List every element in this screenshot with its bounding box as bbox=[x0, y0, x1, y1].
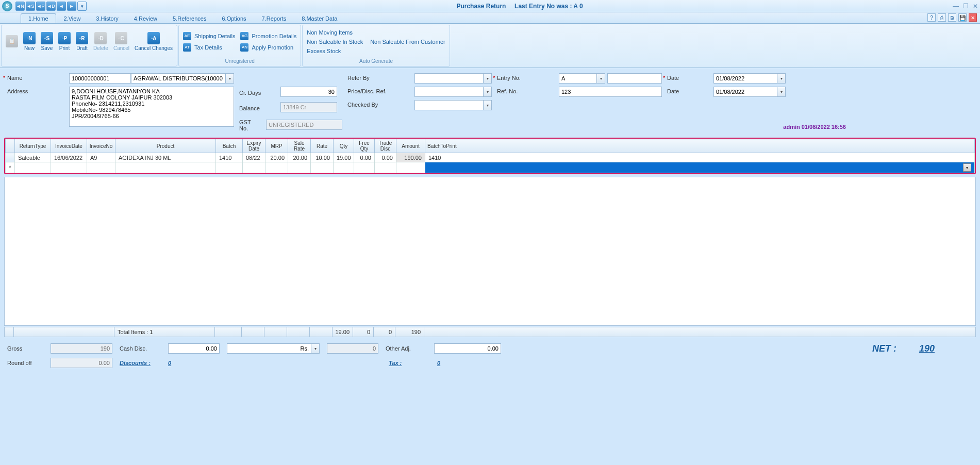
net-label: NET : bbox=[872, 343, 896, 354]
qat-dropdown[interactable]: ▾ bbox=[77, 2, 87, 11]
app-icon: S bbox=[2, 1, 12, 11]
date-dropdown[interactable]: ▾ bbox=[777, 73, 786, 84]
minimize-button[interactable]: — bbox=[953, 3, 959, 10]
col-mrp[interactable]: MRP bbox=[265, 139, 288, 153]
help-icon[interactable]: ? bbox=[927, 13, 936, 22]
col-batch[interactable]: Batch bbox=[216, 139, 243, 153]
balance-input bbox=[280, 102, 337, 112]
gst-input bbox=[266, 120, 342, 130]
entry-no-input[interactable] bbox=[607, 73, 662, 84]
qat-btn-3[interactable]: ◄P bbox=[36, 2, 45, 11]
tab-review[interactable]: 4.Review bbox=[126, 13, 165, 23]
tax-value[interactable]: 0 bbox=[437, 360, 440, 366]
promotion-details-link[interactable]: AGPromotion Details bbox=[240, 32, 296, 40]
col-rate[interactable]: Rate bbox=[311, 139, 334, 153]
date2-input[interactable] bbox=[713, 87, 777, 97]
ref-no-input[interactable] bbox=[559, 87, 662, 97]
col-expiry[interactable]: Expiry Date bbox=[243, 139, 265, 153]
cancel-changes-button[interactable]: ▫ACancel Changes bbox=[135, 32, 173, 51]
totals-row: Total Items : 1 19.00 0 0 190 bbox=[4, 327, 976, 337]
name-dropdown[interactable]: ▾ bbox=[226, 73, 234, 84]
print-icon[interactable]: ⎙ bbox=[938, 13, 946, 22]
checked-by-dropdown[interactable]: ▾ bbox=[484, 100, 492, 110]
discounts-value[interactable]: 0 bbox=[168, 360, 220, 366]
checked-by-input[interactable] bbox=[414, 100, 484, 110]
cash-disc-label: Cash Disc. bbox=[120, 345, 161, 352]
non-saleable-customer-link[interactable]: Non Saleable From Customer bbox=[370, 39, 445, 45]
roundoff-input bbox=[51, 358, 112, 368]
cr-days-input[interactable] bbox=[280, 87, 337, 97]
apply-promotion-link[interactable]: ANApply Promotion bbox=[240, 43, 296, 52]
col-invoice-no[interactable]: InvoiceNo bbox=[87, 139, 115, 153]
date2-dropdown[interactable]: ▾ bbox=[777, 87, 786, 97]
print-button[interactable]: ▫PPrint bbox=[58, 32, 71, 51]
new-button[interactable]: ▫NNew bbox=[23, 32, 36, 51]
qat-btn-6[interactable]: ► bbox=[67, 2, 76, 11]
draft-button[interactable]: ▫RDraft bbox=[76, 32, 88, 51]
entry-prefix-dropdown[interactable]: ▾ bbox=[597, 73, 605, 84]
price-disc-dropdown[interactable]: ▾ bbox=[484, 87, 492, 97]
name-code-input[interactable] bbox=[69, 73, 131, 84]
qat-btn-2[interactable]: ◄S bbox=[26, 2, 35, 11]
qat-btn-4[interactable]: ◄D bbox=[46, 2, 56, 11]
refer-by-dropdown[interactable]: ▾ bbox=[484, 73, 492, 84]
price-disc-input[interactable] bbox=[414, 87, 484, 97]
close-doc-icon[interactable]: ✕ bbox=[969, 13, 977, 22]
cash-disc-input[interactable] bbox=[168, 343, 220, 354]
tab-view[interactable]: 2.View bbox=[56, 13, 89, 23]
ribbon-group-autogen: Non Moving Items Non Saleable In Stock N… bbox=[302, 25, 450, 67]
rs-select[interactable] bbox=[227, 343, 311, 354]
col-return-type[interactable]: ReturnType bbox=[15, 139, 51, 153]
date-input[interactable] bbox=[713, 73, 777, 84]
rs-value-input bbox=[327, 343, 378, 354]
grid-row[interactable]: Saleable 16/06/2022 A9 AGIDEXA INJ 30 ML… bbox=[6, 153, 975, 162]
net-value[interactable]: 190 bbox=[919, 343, 935, 354]
tab-options[interactable]: 6.Options bbox=[214, 13, 254, 23]
tax-details-link[interactable]: ATTax Details bbox=[183, 43, 236, 52]
excess-stock-link[interactable]: Excess Stock bbox=[307, 48, 445, 54]
items-grid[interactable]: ReturnType InvoiceDate InvoiceNo Product… bbox=[5, 139, 975, 173]
col-amount[interactable]: Amount bbox=[396, 139, 425, 153]
group-unreg-label: Unregistered bbox=[179, 58, 301, 66]
cr-days-label: Cr. Days bbox=[239, 88, 275, 96]
non-moving-link[interactable]: Non Moving Items bbox=[307, 29, 445, 36]
col-free-qty[interactable]: Free Qty bbox=[354, 139, 375, 153]
other-adj-input[interactable] bbox=[434, 343, 501, 354]
gst-label: GST No. bbox=[239, 118, 261, 131]
entry-prefix-input[interactable] bbox=[559, 73, 597, 84]
shipping-details-link[interactable]: AEShipping Details bbox=[183, 32, 236, 40]
batch-to-print-cell[interactable]: ▾ bbox=[425, 162, 975, 173]
non-saleable-stock-link[interactable]: Non Saleable In Stock bbox=[307, 39, 363, 45]
tab-home[interactable]: 1.Home bbox=[21, 13, 56, 23]
maximize-button[interactable]: ❐ bbox=[963, 3, 969, 10]
discounts-link[interactable]: Discounts : bbox=[120, 360, 161, 366]
save-icon[interactable]: 💾 bbox=[958, 13, 967, 22]
qat-btn-1[interactable]: ◄N bbox=[15, 2, 25, 11]
batch-print-dropdown[interactable]: ▾ bbox=[963, 163, 971, 172]
col-trade-disc[interactable]: Trade Disc bbox=[375, 139, 396, 153]
qat-btn-5[interactable]: ◄ bbox=[57, 2, 66, 11]
rs-dropdown[interactable]: ▾ bbox=[311, 343, 320, 354]
doc-icon[interactable]: 🗎 bbox=[948, 13, 956, 22]
grid-new-row[interactable]: * ▾ bbox=[6, 162, 975, 173]
ref-no-label: Ref. No. bbox=[497, 87, 554, 94]
col-qty[interactable]: Qty bbox=[334, 139, 354, 153]
col-product[interactable]: Product bbox=[115, 139, 216, 153]
refer-by-input[interactable] bbox=[414, 73, 484, 84]
address-textarea[interactable]: 9,DOONI HOUSE,NATANIYON KA RASTA,FILM CO… bbox=[69, 87, 234, 127]
tab-reports[interactable]: 7.Reports bbox=[254, 13, 294, 23]
tab-history[interactable]: 3.History bbox=[88, 13, 126, 23]
col-sale-rate[interactable]: Sale Rate bbox=[288, 139, 311, 153]
col-invoice-date[interactable]: InvoiceDate bbox=[51, 139, 87, 153]
tab-references[interactable]: 5.References bbox=[165, 13, 214, 23]
close-button[interactable]: ✕ bbox=[973, 3, 978, 10]
tab-master-data[interactable]: 8.Master Data bbox=[294, 13, 345, 23]
delete-button: ▫DDelete bbox=[93, 32, 108, 51]
col-batch-print[interactable]: BatchToPrint bbox=[425, 139, 975, 153]
name-value-input[interactable] bbox=[131, 73, 226, 84]
tax-link[interactable]: Tax : bbox=[389, 360, 430, 366]
save-button[interactable]: ▫SSave bbox=[41, 32, 53, 51]
title-bar: S ◄N ◄S ◄P ◄D ◄ ► ▾ Purchase Return Last… bbox=[0, 0, 980, 12]
roundoff-label: Round off bbox=[7, 360, 43, 366]
ribbon: 📋 ▫NNew ▫SSave ▫PPrint ▫RDraft ▫DDelete … bbox=[0, 24, 980, 68]
